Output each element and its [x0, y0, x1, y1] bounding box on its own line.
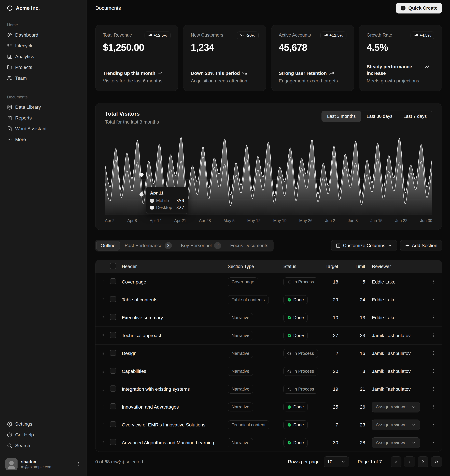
row-menu-button[interactable] [431, 333, 436, 338]
table-row: Capabilities Narrative In Process 20 8 J… [95, 362, 442, 380]
drag-handle[interactable] [95, 405, 110, 409]
row-menu-button[interactable] [431, 279, 436, 285]
sidebar-item-analytics[interactable]: Analytics [3, 51, 84, 62]
row-header-link[interactable]: Integration with existing systems [122, 387, 228, 392]
row-checkbox[interactable] [110, 439, 116, 445]
row-checkbox[interactable] [110, 385, 116, 392]
last-page-button[interactable] [431, 456, 442, 467]
tab-outline[interactable]: Outline [96, 241, 120, 250]
row-checkbox[interactable] [110, 278, 116, 284]
assign-reviewer-select[interactable]: Assign reviewer [372, 437, 420, 448]
target-value: 20 [322, 369, 340, 374]
tab-focus-documents[interactable]: Focus Documents [226, 241, 272, 250]
row-menu-button[interactable] [431, 351, 436, 356]
reviewer-name: Eddie Lake [367, 279, 425, 285]
row-checkbox[interactable] [110, 350, 116, 356]
assign-reviewer-select[interactable]: Assign reviewer [372, 419, 420, 430]
row-checkbox[interactable] [110, 332, 116, 338]
chevron-down-icon [412, 441, 416, 445]
status-badge: Done [283, 295, 308, 304]
row-checkbox[interactable] [110, 314, 116, 320]
prev-page-button[interactable] [404, 456, 415, 467]
assign-reviewer-select[interactable]: Assign reviewer [372, 402, 420, 412]
sidebar-item-settings[interactable]: Settings [3, 419, 84, 430]
row-header-link[interactable]: Advanced Algorithms and Machine Learning [122, 440, 228, 446]
row-checkbox[interactable] [110, 403, 116, 409]
quick-create-button[interactable]: Quick Create [396, 3, 442, 13]
chevron-down-icon [412, 405, 416, 409]
table-header-row: Header Section Type Status Target Limit … [95, 260, 442, 273]
drag-handle[interactable] [95, 351, 110, 356]
row-header-link[interactable]: Design [122, 351, 228, 356]
row-header-link[interactable]: Overview of EMR's Innovative Solutions [122, 422, 228, 428]
columns-icon [336, 243, 341, 248]
row-header-link[interactable]: Capabilities [122, 369, 228, 374]
series-swatch [150, 199, 154, 203]
drag-handle[interactable] [95, 280, 110, 284]
range-option-last-7-days[interactable]: Last 7 days [398, 111, 432, 122]
trend-badge: +4.5% [410, 32, 434, 39]
sidebar-item-search[interactable]: Search [3, 440, 84, 451]
row-checkbox[interactable] [110, 421, 116, 427]
drag-handle[interactable] [95, 369, 110, 373]
sidebar-item-reports[interactable]: Reports [3, 113, 84, 123]
row-checkbox[interactable] [110, 296, 116, 302]
drag-handle[interactable] [95, 423, 110, 427]
row-header-link[interactable]: Technical approach [122, 333, 228, 338]
row-menu-button[interactable] [431, 386, 436, 392]
sidebar-item-word-assistant[interactable]: Word Assistant [3, 123, 84, 134]
user-menu[interactable]: shadcn m@example.com [3, 456, 84, 473]
chevron-left-icon [407, 459, 412, 464]
section-type-badge: Narrative [228, 402, 253, 412]
row-menu-button[interactable] [431, 440, 436, 446]
sidebar-section-label-documents: Documents [3, 92, 84, 102]
section-type-badge: Table of contents [228, 295, 269, 304]
row-header-link[interactable]: Innovation and Advantages [122, 404, 228, 410]
row-checkbox[interactable] [110, 368, 116, 374]
add-section-button[interactable]: Add Section [400, 240, 442, 251]
sidebar-nav: HomeDashboardLifecycleAnalyticsProjectsT… [0, 16, 86, 419]
drag-handle[interactable] [95, 298, 110, 302]
status-badge: In Process [283, 367, 318, 376]
sidebar-item-dashboard[interactable]: Dashboard [3, 30, 84, 41]
range-option-last-3-months[interactable]: Last 3 months [322, 111, 361, 122]
chart-plot[interactable]: Apr 11 Mobile350 Desktop327 [105, 133, 432, 215]
row-menu-button[interactable] [431, 315, 436, 320]
row-menu-button[interactable] [431, 422, 436, 428]
target-value: 29 [322, 297, 340, 302]
first-page-button[interactable] [391, 456, 401, 467]
tab-past-performance[interactable]: Past Performance3 [120, 241, 176, 250]
section-type-badge: Narrative [228, 313, 253, 322]
stat-card-footer: Steady performance increase Meets growth… [367, 63, 434, 84]
help-icon [7, 432, 12, 437]
row-header-link[interactable]: Table of contents [122, 297, 228, 302]
brand[interactable]: Acme Inc. [0, 0, 86, 16]
row-menu-button[interactable] [431, 404, 436, 410]
chevron-down-icon [388, 243, 392, 248]
rows-per-page-select[interactable]: 10 [324, 456, 349, 467]
select-all-checkbox[interactable] [110, 263, 116, 269]
sidebar-item-data-library[interactable]: Data Library [3, 102, 84, 113]
row-header-link[interactable]: Executive summary [122, 315, 228, 320]
drag-handle[interactable] [95, 387, 110, 391]
row-menu-button[interactable] [431, 297, 436, 302]
grip-vertical-icon [101, 405, 105, 409]
sidebar-item-projects[interactable]: Projects [3, 62, 84, 73]
next-page-button[interactable] [418, 456, 428, 467]
tab-key-personnel[interactable]: Key Personnel2 [177, 241, 225, 250]
customize-columns-button[interactable]: Customize Columns [331, 240, 397, 251]
loader-icon [287, 369, 291, 373]
drag-handle[interactable] [95, 315, 110, 320]
ellipsis-icon [7, 137, 12, 142]
sidebar-item-team[interactable]: Team [3, 73, 84, 84]
drag-handle[interactable] [95, 441, 110, 445]
app-root: Acme Inc. HomeDashboardLifecycleAnalytic… [0, 0, 450, 476]
range-option-last-30-days[interactable]: Last 30 days [361, 111, 398, 122]
sidebar-item-more[interactable]: More [3, 134, 84, 145]
row-header-link[interactable]: Cover page [122, 279, 228, 285]
row-menu-button[interactable] [431, 368, 436, 374]
sidebar-item-lifecycle[interactable]: Lifecycle [3, 41, 84, 51]
sidebar-item-get-help[interactable]: Get Help [3, 430, 84, 440]
drag-handle[interactable] [95, 333, 110, 338]
trending-up-icon [158, 71, 162, 76]
